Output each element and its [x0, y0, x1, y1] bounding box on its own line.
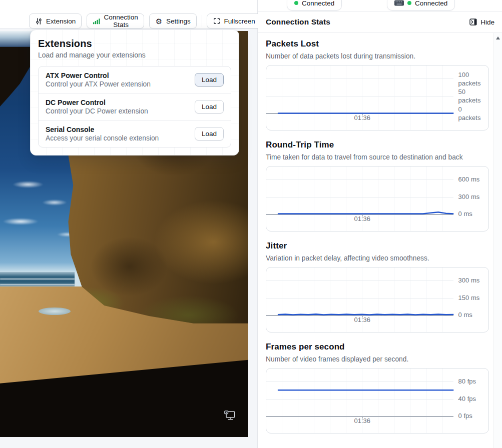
- connection-stats-button[interactable]: Connection Stats: [87, 14, 144, 28]
- jitter-chart: 300 ms 150 ms 0 ms 01:36: [266, 267, 489, 332]
- x-tick: 01:36: [354, 417, 371, 424]
- y-tick: 50 packets: [458, 88, 481, 105]
- extension-description: Control your DC Power extension: [46, 108, 148, 115]
- green-status-dot: [407, 1, 411, 5]
- y-tick: 100 packets: [458, 71, 481, 88]
- fps-subtitle: Number of video frames displayed per sec…: [266, 356, 489, 363]
- jitter-section: Jitter Variation in packet delay, affect…: [266, 241, 489, 332]
- x-tick: 01:36: [354, 114, 371, 122]
- status-badge-bar: Connected Connected: [258, 0, 502, 12]
- video-toolbar-bar: Extension Connection Stats ⚙ Settings: [0, 0, 257, 28]
- panel-scrollbar[interactable]: [493, 33, 502, 448]
- fullscreen-icon: [213, 18, 220, 25]
- round-trip-time-chart: 600 ms 300 ms 0 ms 01:36: [266, 166, 489, 232]
- load-serial-console-button[interactable]: Load: [195, 127, 224, 140]
- packets-lost-chart: 100 packets 50 packets 0 packets 01:36: [266, 65, 489, 130]
- extensions-popover-subtitle: Load and manage your extensions: [38, 51, 231, 59]
- fps-section: Frames per second Number of video frames…: [266, 342, 489, 434]
- packets-lost-section: Packets Lost Number of data packets lost…: [266, 39, 489, 130]
- y-tick: 0 fps: [458, 412, 472, 420]
- jitter-subtitle: Variation in packet delay, affecting vid…: [266, 254, 489, 262]
- extension-name: Serial Console: [46, 126, 159, 134]
- sliders-icon: [35, 18, 43, 25]
- cloud: [3, 218, 39, 225]
- y-tick: 150 ms: [458, 294, 480, 302]
- extension-button-label: Extension: [46, 18, 76, 25]
- packets-lost-line: [266, 66, 488, 130]
- gear-icon: ⚙: [155, 18, 163, 25]
- scrollbar-up-arrow[interactable]: [496, 36, 500, 40]
- fullscreen-button[interactable]: Fullscreen: [207, 14, 261, 28]
- extensions-popover: Extensions Load and manage your extensio…: [30, 30, 239, 156]
- hide-panel-button[interactable]: Hide: [469, 18, 494, 26]
- packets-lost-subtitle: Number of data packets lost during trans…: [266, 52, 489, 60]
- green-status-dot: [294, 1, 298, 5]
- load-dc-power-button[interactable]: Load: [195, 100, 224, 114]
- extension-row-dc-power: DC Power Control Control your DC Power e…: [39, 93, 231, 120]
- y-tick: 300 ms: [458, 276, 480, 284]
- y-tick: 80 fps: [458, 377, 476, 386]
- extension-row-serial-console: Serial Console Access your serial consol…: [39, 120, 231, 147]
- fps-chart: 80 fps 40 fps 0 fps 01:36: [266, 368, 489, 434]
- connection-status-label: Connected: [302, 0, 334, 7]
- y-tick: 0 packets: [458, 106, 481, 122]
- extension-name: DC Power Control: [46, 98, 148, 106]
- signal-bars-icon: [93, 18, 100, 25]
- extensions-popover-title: Extensions: [38, 38, 231, 50]
- extension-row-atx-power: ATX Power Control Control your ATX Power…: [39, 66, 231, 93]
- round-trip-time-subtitle: Time taken for data to travel from sourc…: [266, 154, 489, 161]
- x-tick: 01:36: [354, 316, 371, 324]
- extensions-list: ATX Power Control Control your ATX Power…: [38, 66, 231, 148]
- x-tick: 01:36: [354, 215, 371, 222]
- stats-panel-title: Connection Stats: [266, 18, 330, 26]
- hide-panel-label: Hide: [480, 18, 494, 26]
- video-toolbar: Extension Connection Stats ⚙ Settings: [29, 14, 261, 28]
- collapse-panel-icon: [469, 18, 477, 26]
- keyboard-icon: [394, 0, 404, 6]
- extension-description: Control your ATX Power extension: [46, 80, 151, 88]
- y-tick: 0 ms: [458, 311, 472, 320]
- stats-scroll-area: Packets Lost Number of data packets lost…: [258, 33, 493, 448]
- connection-stats-button-label: Connection Stats: [104, 14, 138, 28]
- y-tick: 40 fps: [458, 394, 476, 403]
- round-trip-time-line: [266, 166, 488, 231]
- stats-panel-header: Connection Stats Hide: [258, 12, 502, 33]
- toolbar-divider: [202, 15, 202, 27]
- extension-name: ATX Power Control: [46, 72, 151, 80]
- load-atx-power-button[interactable]: Load: [195, 73, 224, 86]
- round-trip-time-title: Round-Trip Time: [266, 140, 489, 150]
- settings-button-label: Settings: [166, 18, 191, 25]
- jitter-title: Jitter: [266, 241, 489, 251]
- jitter-line: [266, 268, 488, 332]
- round-trip-time-section: Round-Trip Time Time taken for data to t…: [266, 140, 489, 232]
- packets-lost-title: Packets Lost: [266, 39, 489, 49]
- fps-title: Frames per second: [266, 342, 489, 352]
- connection-stats-panel: Connected Connected Connection Stats: [258, 0, 502, 448]
- fps-line: [266, 368, 488, 433]
- y-tick: 600 ms: [458, 175, 480, 184]
- extension-description: Access your serial console extension: [46, 134, 159, 142]
- hid-status-label: Connected: [415, 0, 447, 7]
- virtual-display-icon: [224, 410, 235, 420]
- extension-button[interactable]: Extension: [29, 14, 82, 28]
- hid-status-badge[interactable]: Connected: [387, 0, 455, 10]
- cloud: [42, 200, 67, 206]
- y-tick: 0 ms: [458, 210, 472, 218]
- connection-status-badge[interactable]: Connected: [287, 0, 342, 10]
- settings-button[interactable]: ⚙ Settings: [149, 14, 197, 28]
- fullscreen-button-label: Fullscreen: [224, 18, 255, 25]
- y-tick: 300 ms: [458, 192, 480, 201]
